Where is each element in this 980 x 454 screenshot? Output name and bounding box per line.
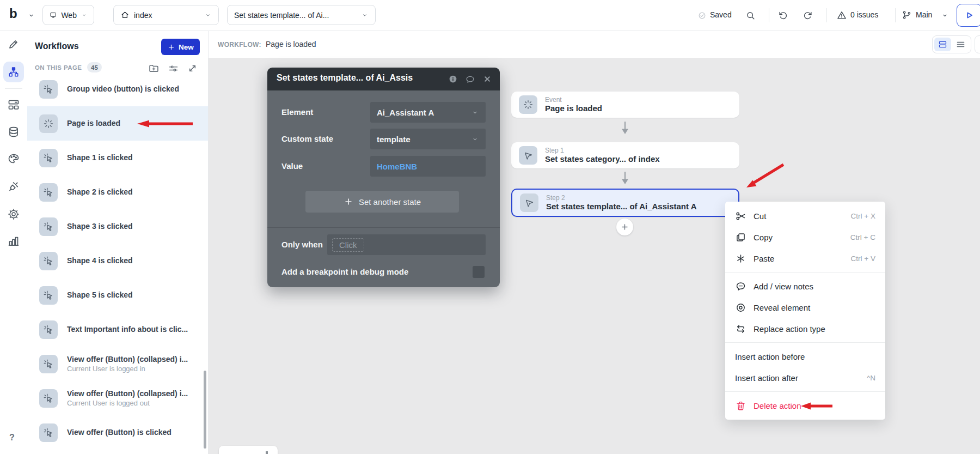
rail-item-plugins[interactable] xyxy=(6,179,21,194)
menu-item-insert-after[interactable]: Insert action after ^N xyxy=(725,367,885,389)
value-expression[interactable]: HomeBNB xyxy=(377,162,417,171)
workflow-list-item[interactable]: View offer (Button) is clicked xyxy=(27,415,208,450)
clipped-toolbar-button[interactable] xyxy=(975,35,980,53)
menu-item-notes[interactable]: Add / view notes xyxy=(725,276,885,297)
play-icon xyxy=(963,9,975,21)
comment-icon[interactable] xyxy=(465,74,475,84)
menu-divider xyxy=(725,391,885,392)
custom-state-value: template xyxy=(377,135,411,144)
top-toolbar: b Web index Set states template... of Ai… xyxy=(0,0,980,31)
platform-dropdown[interactable]: Web xyxy=(42,5,94,25)
current-workflow-name: Page is loaded xyxy=(266,40,316,49)
click-icon xyxy=(42,358,54,370)
bar-chart-icon xyxy=(7,234,20,247)
list-view-button[interactable] xyxy=(952,38,969,51)
issues-count[interactable]: 0 issues xyxy=(850,10,878,19)
bubble-workflow-editor: b Web index Set states template... of Ai… xyxy=(0,0,980,454)
workflow-item-label: Shape 4 is clicked xyxy=(67,256,133,265)
rail-item-workflows[interactable] xyxy=(3,62,24,82)
menu-shortcut: Ctrl + V xyxy=(851,255,875,263)
new-workflow-button[interactable]: New xyxy=(161,39,200,55)
step2-card-selected[interactable]: Step 2 Set states template... of Ai_Assi… xyxy=(511,189,739,217)
panel-title: Workflows xyxy=(35,41,79,51)
flow-down-arrow-icon xyxy=(620,171,630,185)
rail-item-design[interactable] xyxy=(6,37,21,52)
set-another-state-button[interactable]: Set another state xyxy=(305,191,459,213)
chevron-down-icon xyxy=(471,108,479,117)
gear-icon xyxy=(7,208,20,221)
info-icon[interactable] xyxy=(448,74,458,84)
workflow-list-item-selected[interactable]: Page is loaded xyxy=(27,106,208,141)
workflow-canvas[interactable]: WORKFLOW: Page is loaded Event Page is l… xyxy=(208,31,980,454)
menu-item-cut[interactable]: Cut Ctrl + X xyxy=(725,205,885,227)
home-icon xyxy=(120,10,130,20)
zoom-control-partial[interactable] xyxy=(219,446,278,454)
panel-scrollbar[interactable] xyxy=(204,371,206,449)
menu-item-paste[interactable]: Paste Ctrl + V xyxy=(725,248,885,269)
menu-label: Replace action type xyxy=(754,324,825,334)
redo-icon[interactable] xyxy=(803,10,813,20)
set-another-state-label: Set another state xyxy=(359,197,421,207)
workflow-select-dropdown[interactable]: Set states template... of Ai... xyxy=(227,5,376,25)
workflow-list-item[interactable]: Shape 5 is clicked xyxy=(27,278,208,312)
workflow-list-item[interactable]: Shape 3 is clicked xyxy=(27,209,208,244)
preview-button[interactable] xyxy=(957,4,980,27)
issues-warning-icon xyxy=(836,10,847,21)
workflow-caption: WORKFLOW: xyxy=(218,41,261,49)
click-icon xyxy=(42,221,54,233)
workflow-list-item[interactable]: View offer (Button) (collapsed) i... Cur… xyxy=(27,347,208,381)
dialog-header[interactable]: Set states template... of Ai_Assis xyxy=(267,68,500,90)
workflow-list-item[interactable]: Text Important info about is clic... xyxy=(27,312,208,347)
workflow-item-label: View offer (Button) is clicked xyxy=(67,428,171,437)
close-icon[interactable] xyxy=(482,74,492,84)
branch-name[interactable]: Main xyxy=(916,10,932,19)
plus-icon xyxy=(167,43,175,51)
logo-chevron-down-icon[interactable] xyxy=(27,11,35,20)
workflow-list-item[interactable]: Group video (button) is clicked xyxy=(27,72,208,106)
workflow-list-item[interactable]: Shape 4 is clicked xyxy=(27,244,208,278)
rail-item-settings[interactable] xyxy=(6,207,21,222)
menu-item-insert-before[interactable]: Insert action before xyxy=(725,346,885,367)
value-expression-field[interactable]: HomeBNB xyxy=(370,156,486,177)
chevron-down-icon xyxy=(204,11,212,19)
list-view-icon xyxy=(955,39,966,50)
menu-label: Insert action after xyxy=(735,373,798,383)
rail-item-data[interactable] xyxy=(6,124,21,140)
menu-item-reveal[interactable]: Reveal element xyxy=(725,297,885,318)
page-dropdown[interactable]: index xyxy=(113,5,219,25)
cursor-icon xyxy=(522,149,534,161)
palette-icon xyxy=(7,152,20,165)
workflow-list-item[interactable]: Shape 2 is clicked xyxy=(27,175,208,209)
menu-item-replace[interactable]: Replace action type xyxy=(725,318,885,340)
undo-icon[interactable] xyxy=(778,10,788,20)
rail-item-logs[interactable] xyxy=(6,233,21,249)
workflows-panel: Workflows New ON THIS PAGE 45 Group vide… xyxy=(27,31,209,454)
card-view-button[interactable] xyxy=(934,38,951,51)
breakpoint-label: Add a breakpoint in debug mode xyxy=(281,267,408,276)
add-action-button[interactable] xyxy=(616,219,633,235)
menu-item-copy[interactable]: Copy Ctrl + C xyxy=(725,227,885,248)
section-label: ON THIS PAGE xyxy=(35,64,82,71)
workflow-list-item[interactable]: View offer (Button) (collapsed) i... Cur… xyxy=(27,381,208,415)
breakpoint-checkbox[interactable] xyxy=(473,266,485,278)
custom-state-dropdown[interactable]: template xyxy=(370,129,486,149)
element-dropdown[interactable]: Ai_Assistant A xyxy=(370,102,486,123)
help-icon[interactable]: ? xyxy=(9,433,15,443)
pencil-icon xyxy=(7,38,20,51)
only-when-input[interactable]: Click xyxy=(327,234,486,255)
rail-item-components[interactable] xyxy=(6,97,21,112)
menu-item-delete-action[interactable]: Delete action xyxy=(725,395,885,416)
bubble-logo[interactable]: b xyxy=(9,6,17,21)
event-card[interactable]: Event Page is loaded xyxy=(511,92,739,118)
workflow-select-label: Set states template... of Ai... xyxy=(234,11,329,20)
saved-check-icon xyxy=(697,11,707,20)
rail-item-styles[interactable] xyxy=(6,151,21,166)
only-when-placeholder[interactable]: Click xyxy=(332,238,364,252)
step1-card[interactable]: Step 1 Set states category... of index xyxy=(511,142,739,168)
workflow-list-item[interactable]: Shape 1 is clicked xyxy=(27,141,208,175)
card-kind: Event xyxy=(545,96,602,104)
search-icon[interactable] xyxy=(745,10,756,21)
flow-down-arrow-icon xyxy=(620,121,630,135)
git-branch-icon xyxy=(902,10,912,20)
chevron-down-icon[interactable] xyxy=(941,11,949,20)
